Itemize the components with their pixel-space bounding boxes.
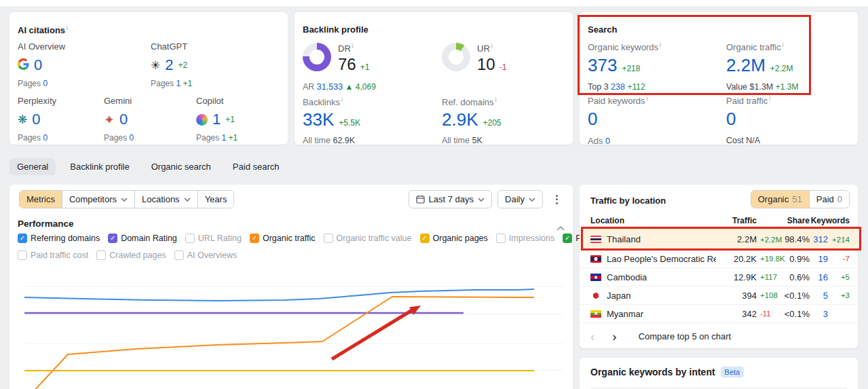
info-icon[interactable]: i xyxy=(67,24,68,31)
performance-chart-card: Metrics Competitors Locations Years Last… xyxy=(10,185,573,389)
location-table-footer: ‹ › Compare top 5 on chart xyxy=(590,327,731,345)
keywords-link[interactable]: 3 xyxy=(810,309,828,319)
checkbox-domain-rating[interactable]: ✓Domain Rating xyxy=(108,234,177,243)
keywords-link[interactable]: 312 xyxy=(810,234,828,244)
chatgpt-count[interactable]: 2 xyxy=(165,56,173,74)
next-page-icon[interactable]: › xyxy=(612,330,616,343)
checkbox-box: ✓ xyxy=(563,234,572,243)
flag-cambodia-icon xyxy=(590,274,601,281)
checkbox-paid-traffic-cost[interactable]: Paid traffic cost xyxy=(18,251,88,260)
table-row-thailand[interactable]: Thailand 2.2M +2.2M 98.4% 312 +214 xyxy=(580,229,858,250)
performance-line-chart[interactable] xyxy=(10,267,573,389)
checkbox-impressions[interactable]: Impressions xyxy=(496,234,554,243)
checkbox-url-rating[interactable]: URL Rating xyxy=(185,234,242,243)
chart-toolbar: Metrics Competitors Locations Years Last… xyxy=(19,190,566,208)
info-icon[interactable]: i xyxy=(647,95,648,102)
ai-metric-copilot: Copilot 1 +1 Pages 1 +1 xyxy=(196,96,308,143)
info-icon[interactable]: i xyxy=(341,96,343,103)
checkbox-box xyxy=(324,234,333,243)
traffic-by-location-title: Traffic by location xyxy=(590,196,666,206)
checkbox-referring-domains[interactable]: ✓Referring domains xyxy=(18,234,100,243)
copilot-icon xyxy=(196,114,208,126)
pages-count[interactable]: 0 xyxy=(43,133,48,143)
search-card: Search Organic keywordsi 373+218 Top 3 2… xyxy=(580,12,858,145)
table-row-laos[interactable]: Lao People's Democratic Reput 20.2K +19.… xyxy=(580,250,858,268)
gemini-count[interactable]: 0 xyxy=(119,111,128,128)
locations-dropdown[interactable]: Locations xyxy=(134,191,197,208)
info-icon[interactable]: i xyxy=(769,95,770,102)
chevron-down-icon xyxy=(529,198,535,202)
calendar-icon xyxy=(416,195,425,204)
paid-keywords-value[interactable]: 0 xyxy=(588,109,597,130)
tab-paid-search[interactable]: Paid search xyxy=(225,158,287,175)
chevron-up-icon xyxy=(556,226,565,231)
chatgpt-icon: ✳ xyxy=(151,60,160,71)
pages-count[interactable]: 1 xyxy=(176,79,181,88)
tab-general[interactable]: General xyxy=(10,158,56,175)
ai-metric-ai-overview: AI Overview 0 Pages 0 xyxy=(18,41,130,88)
paid-keywords-metric: Paid keywordsi 0 Ads 0 xyxy=(588,95,648,146)
table-row-cambodia[interactable]: Cambodia 12.9K +117 0.6% 16 +5 xyxy=(580,268,858,286)
info-icon[interactable]: i xyxy=(491,43,493,50)
granularity-dropdown[interactable]: Daily xyxy=(497,190,543,208)
checkbox-box: ✓ xyxy=(250,234,259,243)
organic-keywords-value[interactable]: 373 xyxy=(588,55,617,76)
backlink-profile-card: Backlink profile DRi 76+1 AR 31,533 ▲ 4,… xyxy=(295,12,573,145)
tab-backlink-profile[interactable]: Backlink profile xyxy=(62,158,136,175)
table-row-japan[interactable]: Japan 394 +108 <0.1% 5 +3 xyxy=(580,286,858,305)
info-icon[interactable]: i xyxy=(660,41,661,48)
backlinks-metric: Backlinksi 33K+5.5K All time 62.9K xyxy=(303,96,360,145)
keywords-link[interactable]: 16 xyxy=(810,272,828,282)
flag-thailand-icon xyxy=(590,236,601,243)
previous-page-icon[interactable]: ‹ xyxy=(590,330,595,343)
more-options-kebab-icon[interactable] xyxy=(551,193,562,206)
pages-count[interactable]: 1 xyxy=(221,133,226,143)
top3-value[interactable]: 238 xyxy=(611,82,625,92)
keywords-link[interactable]: 5 xyxy=(810,291,828,301)
ar-value[interactable]: 31,533 xyxy=(317,82,343,92)
info-icon[interactable]: i xyxy=(782,41,784,48)
info-icon[interactable]: i xyxy=(495,96,497,103)
checkbox-box xyxy=(18,251,27,260)
checkbox-organic-traffic-value[interactable]: Organic traffic value xyxy=(324,234,412,243)
table-row-myanmar[interactable]: Myanmar 342 -11 <0.1% 3 xyxy=(580,305,858,323)
metric-checkbox-row-1: ✓Referring domains ✓Domain Rating URL Ra… xyxy=(18,234,616,243)
checkbox-organic-pages[interactable]: ✓Organic pages xyxy=(420,234,488,243)
ahrefs-overview-screen: { "glyphs": { "info": "i", "check": "✓",… xyxy=(0,0,868,389)
ai-overview-count[interactable]: 0 xyxy=(34,56,42,74)
organic-toggle-button[interactable]: Organic51 xyxy=(751,191,809,208)
date-range-dropdown[interactable]: Last 7 days xyxy=(409,190,493,208)
tab-organic-search[interactable]: Organic search xyxy=(144,158,219,175)
checkbox-organic-traffic[interactable]: ✓Organic traffic xyxy=(250,234,316,243)
pages-count[interactable]: 0 xyxy=(129,133,134,143)
competitors-dropdown[interactable]: Competitors xyxy=(62,191,134,208)
search-title: Search xyxy=(588,24,617,35)
chart-view-button-group: Metrics Competitors Locations Years xyxy=(19,190,234,208)
compare-top5-link[interactable]: Compare top 5 on chart xyxy=(639,331,732,341)
series-organic-traffic xyxy=(33,297,534,389)
years-button[interactable]: Years xyxy=(197,191,234,208)
backlink-profile-title: Backlink profile xyxy=(303,24,369,35)
ref-domains-value[interactable]: 2.9K xyxy=(442,109,478,130)
perplexity-count[interactable]: 0 xyxy=(32,111,40,128)
beta-badge: Beta xyxy=(721,367,744,377)
keywords-link[interactable]: 19 xyxy=(810,254,828,264)
location-table-header: Location Traffic Share Keywords xyxy=(590,216,850,228)
checkbox-crawled-pages[interactable]: Crawled pages xyxy=(96,251,166,260)
ads-count[interactable]: 0 xyxy=(605,136,610,146)
ur-value: 10 xyxy=(477,55,495,74)
metrics-button[interactable]: Metrics xyxy=(20,191,62,208)
domain-rating-block: DRi 76+1 xyxy=(303,43,369,74)
backlinks-value[interactable]: 33K xyxy=(303,109,334,130)
info-icon[interactable]: i xyxy=(352,43,354,50)
paid-traffic-value[interactable]: 0 xyxy=(726,109,736,130)
collapse-section-button[interactable] xyxy=(556,221,565,234)
checkbox-ai-overviews[interactable]: AI Overviews xyxy=(174,251,238,260)
pages-count[interactable]: 0 xyxy=(43,79,48,88)
organic-traffic-value[interactable]: 2.2M xyxy=(726,55,766,76)
chevron-down-icon xyxy=(478,198,485,202)
paid-toggle-button[interactable]: Paid0 xyxy=(809,191,849,208)
copilot-count[interactable]: 1 xyxy=(212,111,221,128)
checkbox-box: ✓ xyxy=(108,234,117,243)
divider xyxy=(590,388,847,388)
